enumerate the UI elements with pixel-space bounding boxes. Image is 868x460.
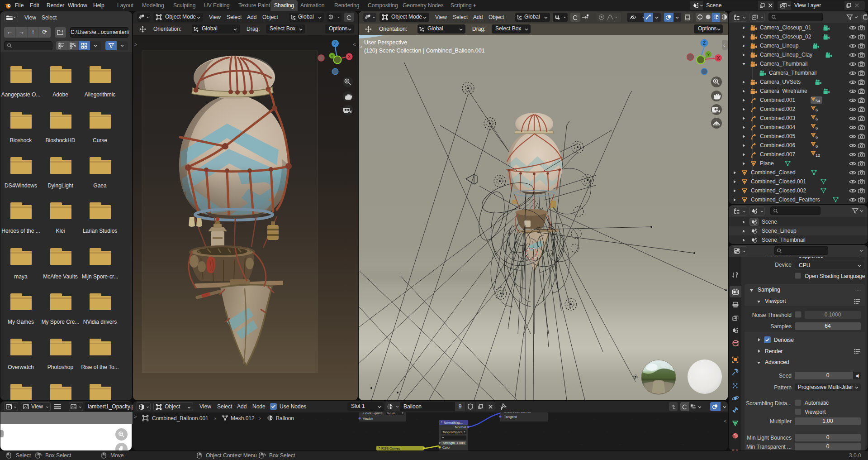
svg-text:˃: ˃ bbox=[360, 44, 362, 49]
svg-text:Normal: Normal bbox=[455, 425, 466, 429]
svg-text:Color: Color bbox=[442, 446, 451, 450]
svg-text:‹: ‹ bbox=[723, 43, 725, 48]
svg-text:NormalMap...: NormalMap... bbox=[444, 421, 463, 425]
svg-text:˂: ˂ bbox=[724, 418, 726, 424]
svg-text:1.000: 1.000 bbox=[456, 441, 465, 445]
svg-text:Y: Y bbox=[331, 54, 333, 58]
svg-text:X: X bbox=[348, 54, 351, 59]
svg-text:User Perspective: User Perspective bbox=[364, 39, 407, 46]
svg-text:(120) Scene Collection | Combi: (120) Scene Collection | Combined_Balloo… bbox=[364, 48, 485, 54]
svg-text:RGB Curves: RGB Curves bbox=[381, 446, 400, 450]
svg-text:Z: Z bbox=[334, 41, 337, 46]
svg-text:TangentSpace: TangentSpace bbox=[442, 431, 463, 434]
svg-text:X: X bbox=[717, 56, 720, 61]
svg-text:˂: ˂ bbox=[353, 42, 356, 47]
svg-text:Z: Z bbox=[703, 41, 706, 46]
svg-text:˃: ˃ bbox=[134, 414, 137, 419]
svg-text:˃: ˃ bbox=[134, 42, 137, 47]
svg-text:Vector: Vector bbox=[363, 417, 373, 421]
svg-text:Y: Y bbox=[707, 53, 710, 57]
svg-text:Strength: Strength bbox=[443, 441, 455, 445]
svg-text:Tangent: Tangent bbox=[504, 415, 517, 419]
